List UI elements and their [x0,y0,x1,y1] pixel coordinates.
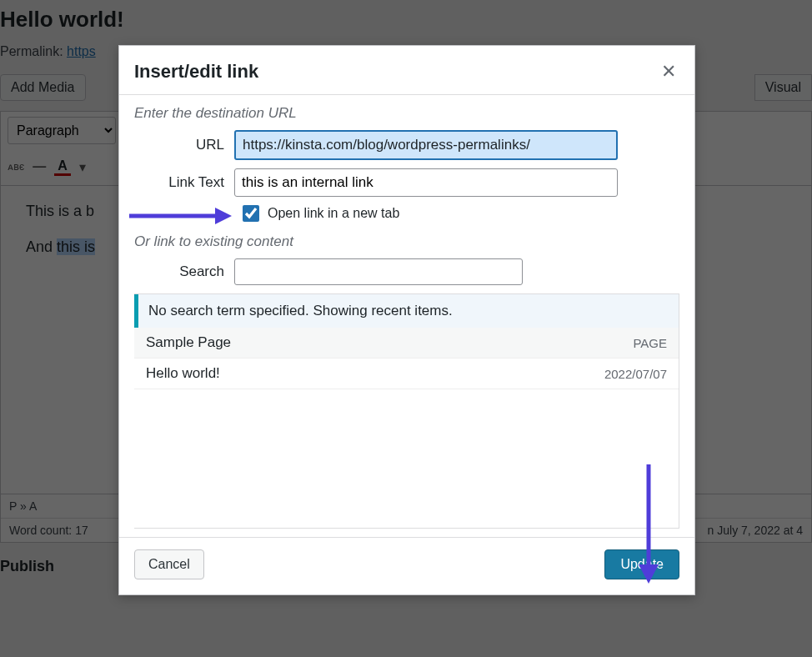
results-message: No search term specified. Showing recent… [134,294,679,328]
result-title: Hello world! [146,365,220,382]
hint-destination: Enter the destination URL [134,105,679,122]
hint-existing: Or link to existing content [134,233,679,250]
open-new-tab-checkbox[interactable] [243,205,259,222]
link-text-label: Link Text [134,174,234,191]
result-meta: 2022/07/07 [604,367,667,381]
open-new-tab-label: Open link in a new tab [268,206,399,221]
link-text-input[interactable] [234,168,618,197]
url-label: URL [134,137,234,153]
result-item[interactable]: Sample Page PAGE [134,328,679,359]
cancel-button[interactable]: Cancel [134,549,204,579]
search-label: Search [134,263,234,280]
insert-link-modal: Insert/edit link ✕ Enter the destination… [118,45,695,595]
results-panel: No search term specified. Showing recent… [134,293,679,529]
result-meta: PAGE [633,336,667,350]
result-item[interactable]: Hello world! 2022/07/07 [134,359,679,389]
modal-title: Insert/edit link [134,61,258,83]
result-title: Sample Page [146,334,231,351]
url-input[interactable] [234,130,618,160]
close-icon[interactable]: ✕ [658,58,679,86]
update-button[interactable]: Update [604,549,679,579]
search-input[interactable] [234,258,523,285]
